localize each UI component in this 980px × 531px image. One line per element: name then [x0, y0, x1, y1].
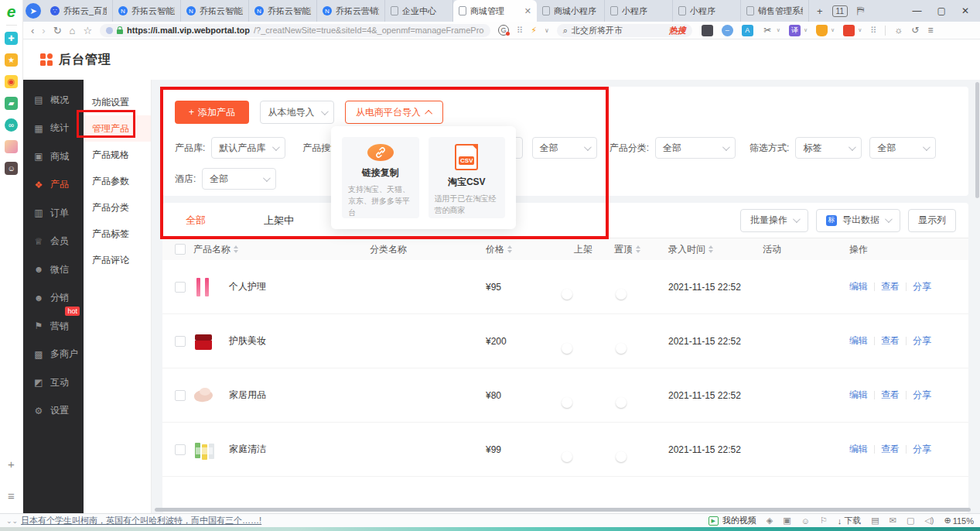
- wechat-app-icon[interactable]: ▰: [5, 97, 18, 110]
- browser-tab[interactable]: ∵ 乔拓云_百度搜: [45, 0, 113, 22]
- export-data-button[interactable]: 标导出数据: [816, 209, 900, 232]
- horizontal-scrollbar[interactable]: [155, 508, 971, 512]
- view-link[interactable]: 查看: [881, 280, 900, 293]
- browser-search-box[interactable]: ⌕ 北交所将开市 热搜: [557, 24, 692, 37]
- accelerator-icon[interactable]: ⚡: [531, 26, 537, 36]
- edit-link[interactable]: 编辑: [849, 280, 868, 293]
- sidebar-item-overview[interactable]: ▤概况: [23, 86, 84, 115]
- category-select[interactable]: 全部: [655, 137, 736, 159]
- list-panel-icon[interactable]: ≡: [8, 489, 15, 502]
- browser-tab[interactable]: N 乔拓云智能建: [249, 0, 317, 22]
- zoom-level[interactable]: ⊕115%: [944, 516, 974, 526]
- restore-button[interactable]: ▢: [937, 5, 946, 16]
- mail-icon[interactable]: ✉: [890, 516, 896, 526]
- chevron-down-icon[interactable]: ∨: [831, 27, 835, 33]
- hot-search-badge[interactable]: 热搜: [669, 25, 686, 36]
- add-panel-icon[interactable]: +: [8, 457, 15, 471]
- view-link[interactable]: 查看: [881, 389, 900, 402]
- close-button[interactable]: ✕: [961, 5, 969, 16]
- show-columns-button[interactable]: 显示列: [908, 209, 956, 232]
- view-link[interactable]: 查看: [881, 443, 900, 456]
- browser-nav-icon[interactable]: ➤: [26, 3, 41, 19]
- speaker-icon[interactable]: ◁): [924, 516, 934, 526]
- sidebar-item-wechat[interactable]: ☻微信: [23, 255, 84, 284]
- browser-tab[interactable]: N 乔拓云营销活: [317, 0, 385, 22]
- health-app-icon[interactable]: ✚: [5, 32, 18, 45]
- refresh-icon[interactable]: ↻: [53, 25, 62, 36]
- minimize-button[interactable]: —: [913, 5, 922, 16]
- submenu-item-product-tags[interactable]: 产品标签: [84, 221, 151, 247]
- flag-icon[interactable]: ⚐: [820, 516, 828, 526]
- filter-mode-select[interactable]: 标签: [795, 137, 862, 159]
- row-checkbox[interactable]: [175, 444, 186, 455]
- browser-tab-active[interactable]: 商城管理 ✕: [453, 0, 537, 22]
- cloud-app-icon[interactable]: ∞: [5, 118, 18, 132]
- browser-tab[interactable]: N 乔拓云智能建: [181, 0, 249, 22]
- sidebar-item-merchants[interactable]: ▩多商户: [23, 341, 84, 369]
- game-center-icon[interactable]: [843, 25, 855, 36]
- share-link[interactable]: 分享: [913, 334, 931, 348]
- edit-link[interactable]: 编辑: [849, 389, 868, 402]
- vertical-scrollbar[interactable]: [975, 82, 979, 198]
- sidebar-item-product[interactable]: ❖产品: [23, 171, 84, 200]
- panda-app-icon[interactable]: ☺: [5, 162, 18, 175]
- all-apps-icon[interactable]: ⠿: [870, 26, 876, 36]
- new-tab-button[interactable]: +: [817, 5, 823, 17]
- browser-tab[interactable]: 商城小程序: [537, 0, 605, 22]
- row-checkbox[interactable]: [175, 282, 186, 293]
- edit-link[interactable]: 编辑: [849, 443, 868, 456]
- shield-icon[interactable]: ◈: [767, 516, 773, 526]
- tab-count-badge[interactable]: 11: [832, 5, 848, 17]
- sidebar-item-member[interactable]: ♕会员: [23, 228, 84, 256]
- share-link[interactable]: 分享: [913, 280, 931, 293]
- sort-icon[interactable]: [636, 245, 640, 253]
- chevron-down-icon[interactable]: ∨: [545, 27, 549, 34]
- news-ticker-link[interactable]: 日本有个学生叫柯南，英国有个叫哈利波特，而中国有三个……!: [21, 515, 261, 526]
- screenshot-icon[interactable]: [702, 25, 713, 36]
- sidebar-item-interaction[interactable]: ◩互动: [23, 368, 84, 397]
- adblock-icon[interactable]: –: [722, 25, 733, 36]
- browser-tab[interactable]: 小程序: [605, 0, 673, 22]
- home-icon[interactable]: ⌂: [70, 25, 76, 36]
- extension-g-icon[interactable]: G: [498, 25, 509, 36]
- app-extension-icon[interactable]: A: [742, 25, 753, 36]
- sidebar-item-order[interactable]: ▥订单: [23, 199, 84, 228]
- emoji-icon[interactable]: ☺: [801, 516, 810, 526]
- row-checkbox[interactable]: [175, 390, 186, 401]
- sort-icon[interactable]: [507, 245, 512, 253]
- browser-tab[interactable]: N 乔拓云智能建: [113, 0, 181, 22]
- chevron-down-icon[interactable]: ∨: [804, 27, 808, 33]
- browser-tab[interactable]: 销售管理系统: [741, 0, 809, 22]
- view-link[interactable]: 查看: [881, 334, 900, 348]
- browser-tab[interactable]: 企业中心: [385, 0, 453, 22]
- night-mode-icon[interactable]: ☼: [894, 25, 903, 36]
- picture-icon[interactable]: ▣: [783, 516, 790, 526]
- filter-tag-select[interactable]: 全部: [869, 137, 936, 159]
- sidebar-item-stats[interactable]: ▦统计: [23, 115, 84, 143]
- row-checkbox[interactable]: [175, 336, 186, 347]
- my-videos-label[interactable]: 我的视频: [722, 515, 756, 526]
- security-shield-icon[interactable]: [816, 25, 828, 36]
- share-link[interactable]: 分享: [913, 389, 931, 402]
- translate-icon[interactable]: 译: [789, 25, 801, 36]
- download-button[interactable]: ↓下载: [838, 515, 862, 526]
- chevron-down-icon[interactable]: ∨: [777, 27, 780, 33]
- sort-icon[interactable]: [709, 245, 713, 253]
- sidebar-item-marketing[interactable]: hot⚑营销: [23, 312, 84, 341]
- sort-icon[interactable]: [234, 245, 238, 253]
- window-icon[interactable]: ▢: [907, 516, 914, 526]
- submenu-item-product-specs[interactable]: 产品规格: [84, 142, 151, 168]
- play-icon[interactable]: ▶: [709, 516, 719, 526]
- tab-close-icon[interactable]: ✕: [524, 6, 531, 16]
- avatar-app-icon[interactable]: [5, 140, 18, 153]
- submenu-item-product-reviews[interactable]: 产品评论: [84, 247, 151, 273]
- submenu-item-product-params[interactable]: 产品参数: [84, 168, 151, 194]
- forward-icon[interactable]: ›: [42, 25, 45, 36]
- printer-icon[interactable]: ▤: [871, 516, 879, 526]
- history-undo-icon[interactable]: ↺: [911, 25, 919, 36]
- favorites-star-icon[interactable]: ★: [5, 53, 18, 67]
- address-bar[interactable]: https://i.mall.vip.webportal.top/?_creat…: [100, 24, 490, 37]
- sidebar-item-mall[interactable]: ▣商城: [23, 142, 84, 171]
- skin-icon[interactable]: ⛿: [857, 5, 864, 17]
- back-icon[interactable]: ‹: [31, 25, 34, 36]
